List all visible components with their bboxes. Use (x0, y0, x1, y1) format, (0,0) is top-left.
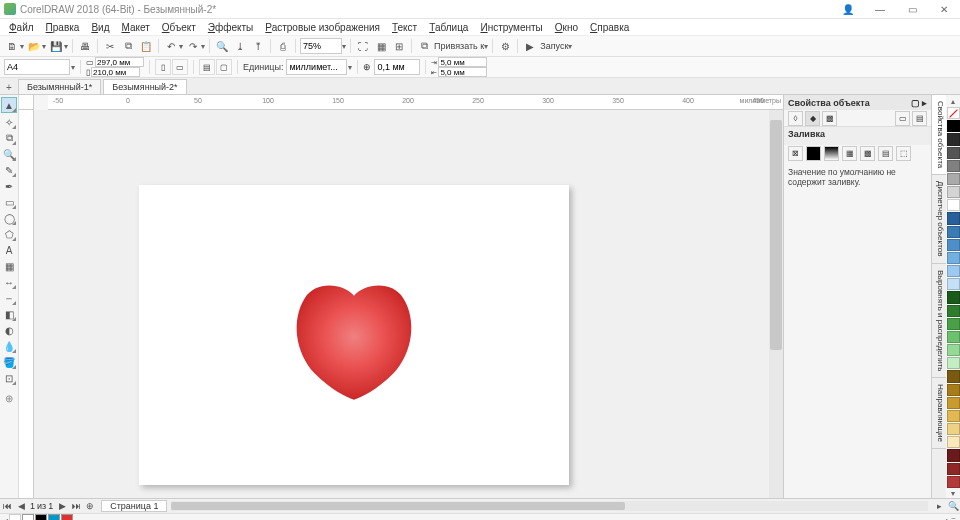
color-swatch-2[interactable] (947, 147, 960, 159)
color-swatch-15[interactable] (947, 318, 960, 330)
freehand-tool[interactable]: ✎ (2, 163, 16, 177)
user-icon[interactable]: 👤 (836, 2, 860, 16)
import-icon[interactable]: ⤓ (232, 38, 248, 54)
color-swatch-13[interactable] (947, 291, 960, 303)
doc-tab-1[interactable]: Безымянный-1* (18, 79, 101, 94)
horizontal-scrollbar[interactable] (171, 501, 928, 511)
copy-icon[interactable]: ⧉ (120, 38, 136, 54)
menu-11[interactable]: Справка (585, 21, 634, 34)
print-icon[interactable]: 🖶 (77, 38, 93, 54)
options-icon[interactable]: ⚙ (497, 38, 513, 54)
heart-shape[interactable] (289, 280, 419, 400)
nudge-input[interactable] (374, 59, 420, 75)
table-tool[interactable]: ▦ (2, 259, 16, 273)
doc-palette-right-icon[interactable]: ▸ (946, 516, 950, 521)
transparency-tab-icon[interactable]: ▩ (822, 111, 837, 126)
panel-undock-icon[interactable]: ▢ (911, 98, 920, 108)
outline-tab-icon[interactable]: ◊ (788, 111, 803, 126)
snap-icon[interactable]: ⧉ (416, 38, 432, 54)
menu-7[interactable]: Текст (387, 21, 422, 34)
panel-menu-icon[interactable]: ▸ (922, 98, 927, 108)
ellipse-tool[interactable]: ◯ (2, 211, 16, 225)
artistic-media-tool[interactable]: ✒ (2, 179, 16, 193)
prev-page-button[interactable]: ◀ (14, 500, 28, 512)
drop-shadow-tool[interactable]: ◧ (2, 307, 16, 321)
units-select[interactable] (286, 59, 347, 75)
launch-icon[interactable]: ▶ (522, 38, 538, 54)
color-swatch-11[interactable] (947, 265, 960, 277)
dup-x-input[interactable] (438, 57, 487, 67)
eyedropper-tool[interactable]: 💧 (2, 339, 16, 353)
search-icon[interactable]: 🔍 (214, 38, 230, 54)
page-width-input[interactable] (95, 57, 144, 67)
redo-icon[interactable]: ↷ (185, 38, 201, 54)
pick-tool[interactable]: ▲ (1, 97, 17, 113)
color-swatch-26[interactable] (947, 463, 960, 475)
connector-tool[interactable]: ⎓ (2, 291, 16, 305)
menu-8[interactable]: Таблица (424, 21, 473, 34)
menu-5[interactable]: Эффекты (203, 21, 258, 34)
undo-icon[interactable]: ↶ (163, 38, 179, 54)
doc-swatch-3[interactable] (61, 514, 73, 520)
scroll-right-button[interactable]: ▸ (932, 500, 946, 512)
postscript-fill-icon[interactable]: ⬚ (896, 146, 911, 161)
ruler-horizontal[interactable]: миллиметры -5005010015020025030035040045… (48, 95, 783, 110)
panel-opt1-icon[interactable]: ▭ (895, 111, 910, 126)
color-swatch-16[interactable] (947, 331, 960, 343)
text-tool[interactable]: A (2, 243, 16, 257)
doc-swatch-1[interactable] (35, 514, 47, 520)
portrait-button[interactable]: ▯ (155, 59, 171, 75)
ruler-vertical[interactable] (19, 110, 34, 498)
color-swatch-1[interactable] (947, 133, 960, 145)
minimize-button[interactable]: — (868, 2, 892, 16)
add-page-button[interactable]: ⊕ (83, 500, 97, 512)
zoom-nav-icon[interactable]: 🔍 (946, 500, 960, 512)
crop-tool[interactable]: ⧉ (2, 131, 16, 145)
color-swatch-23[interactable] (947, 423, 960, 435)
ruler-origin[interactable] (19, 95, 34, 110)
doc-palette-none[interactable] (9, 514, 21, 520)
color-swatch-25[interactable] (947, 449, 960, 461)
vertical-scrollbar[interactable] (769, 110, 783, 498)
doc-swatch-0[interactable] (22, 514, 34, 520)
rulers-icon[interactable]: ▦ (373, 38, 389, 54)
dimension-tool[interactable]: ↔ (2, 275, 16, 289)
color-swatch-6[interactable] (947, 199, 960, 211)
docker-tab-0[interactable]: Свойства объекта (932, 95, 946, 175)
color-swatch-10[interactable] (947, 252, 960, 264)
zoom-input[interactable] (300, 38, 342, 54)
docker-tab-3[interactable]: Направляющие (932, 378, 946, 449)
current-page-button[interactable]: ▢ (216, 59, 232, 75)
save-icon[interactable]: 💾 (48, 38, 64, 54)
transparency-tool[interactable]: ◐ (2, 323, 16, 337)
texture-fill-icon[interactable]: ▤ (878, 146, 893, 161)
color-swatch-3[interactable] (947, 160, 960, 172)
dup-y-input[interactable] (438, 67, 487, 77)
shape-tool[interactable]: ✧ (2, 115, 16, 129)
color-swatch-21[interactable] (947, 397, 960, 409)
publish-icon[interactable]: ⎙ (275, 38, 291, 54)
color-swatch-9[interactable] (947, 239, 960, 251)
fullscreen-icon[interactable]: ⛶ (355, 38, 371, 54)
expand-toolbox[interactable]: ⊕ (2, 391, 16, 405)
outline-tool[interactable]: ⊡ (2, 371, 16, 385)
palette-down-icon[interactable]: ▾ (951, 489, 955, 498)
menu-4[interactable]: Объект (157, 21, 201, 34)
color-swatch-18[interactable] (947, 357, 960, 369)
color-swatch-27[interactable] (947, 476, 960, 488)
docker-tab-2[interactable]: Выровнять и распределить (932, 264, 946, 379)
cut-icon[interactable]: ✂ (102, 38, 118, 54)
page-size-select[interactable] (4, 59, 70, 75)
doc-palette-left-icon[interactable]: ◂ (4, 516, 8, 521)
color-swatch-14[interactable] (947, 305, 960, 317)
menu-3[interactable]: Макет (116, 21, 154, 34)
color-swatch-4[interactable] (947, 173, 960, 185)
new-icon[interactable]: 🗎 (4, 38, 20, 54)
color-swatch-22[interactable] (947, 410, 960, 422)
color-swatch-12[interactable] (947, 278, 960, 290)
color-swatch-7[interactable] (947, 212, 960, 224)
fill-tool[interactable]: 🪣 (2, 355, 16, 369)
export-icon[interactable]: ⤒ (250, 38, 266, 54)
doc-tab-2[interactable]: Безымянный-2* (103, 79, 186, 94)
last-page-button[interactable]: ⏭ (69, 500, 83, 512)
